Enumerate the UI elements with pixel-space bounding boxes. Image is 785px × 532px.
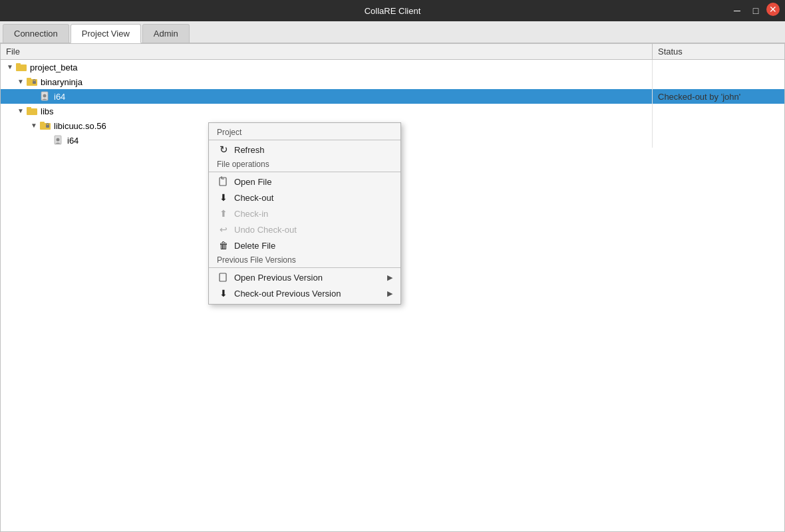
title-bar: CollaRE Client ─ □ ✕ <box>0 0 785 21</box>
tab-connection[interactable]: Connection <box>3 24 69 43</box>
tree-row[interactable]: project_beta <box>1 60 784 74</box>
delete-icon: 🗑 <box>217 240 230 251</box>
folder-lock-icon <box>40 120 51 130</box>
svg-rect-1 <box>16 63 21 66</box>
tree-node-label: project_beta <box>30 63 78 72</box>
tree-node-label: libs <box>41 106 54 116</box>
menu-section-prev-versions: Previous File Versions <box>209 253 400 266</box>
expand-icon[interactable] <box>17 107 25 115</box>
submenu-arrow-icon: ▶ <box>387 289 392 298</box>
menu-item-checkout-prev-version[interactable]: ⬇ Check-out Previous Version ▶ <box>209 285 400 301</box>
undo-icon: ↩ <box>217 224 230 235</box>
menu-item-open-file[interactable]: Open File <box>209 174 400 190</box>
menu-item-check-in: ⬆ Check-in <box>209 205 400 221</box>
status-column-header: Status <box>653 44 784 59</box>
tree-node-label: libicuuc.so.56 <box>54 121 106 131</box>
checkout-prev-icon: ⬇ <box>217 288 230 299</box>
user-file-icon <box>53 135 64 146</box>
refresh-icon: ↻ <box>217 144 230 155</box>
menu-item-refresh[interactable]: ↻ Refresh <box>209 142 400 158</box>
close-button[interactable]: ✕ <box>766 3 780 16</box>
tree-node-label: i64 <box>54 92 65 102</box>
tree-node-label: i64 <box>67 136 78 146</box>
menu-separator <box>209 267 400 268</box>
menu-item-undo-checkout: ↩ Undo Check-out <box>209 221 400 237</box>
menu-separator <box>209 172 400 172</box>
svg-rect-10 <box>40 122 45 124</box>
tab-admin[interactable]: Admin <box>142 24 190 43</box>
checkout-icon: ⬇ <box>217 192 230 203</box>
open-prev-icon <box>217 272 230 283</box>
tree-row[interactable]: i64 Checked-out by 'john' <box>1 89 784 104</box>
svg-rect-4 <box>33 81 36 84</box>
checkin-icon: ⬆ <box>217 208 230 219</box>
file-column-header: File <box>1 44 653 59</box>
tab-bar: Connection Project View Admin <box>0 21 785 43</box>
folder-icon <box>27 106 37 115</box>
open-file-icon <box>217 176 230 187</box>
tree-row[interactable]: libs <box>1 104 784 118</box>
context-menu: Project ↻ Refresh File operations Open F… <box>208 122 401 305</box>
expand-icon[interactable] <box>30 122 38 130</box>
menu-section-project: Project <box>209 126 400 138</box>
menu-item-check-out[interactable]: ⬇ Check-out <box>209 190 400 205</box>
tree-row[interactable]: binaryninja <box>1 74 784 89</box>
tab-project-view[interactable]: Project View <box>71 24 141 43</box>
tree-node-label: binaryninja <box>41 77 82 87</box>
svg-rect-3 <box>27 78 31 80</box>
folder-icon <box>16 62 27 71</box>
tree-row-status: Checked-out by 'john' <box>653 92 784 102</box>
window-controls: ─ □ ✕ <box>729 3 780 19</box>
minimize-button[interactable]: ─ <box>729 3 745 19</box>
submenu-arrow-icon: ▶ <box>387 273 392 282</box>
svg-point-6 <box>43 94 47 98</box>
main-content: File Status project_beta <box>0 43 785 532</box>
menu-separator <box>209 140 400 140</box>
svg-rect-11 <box>46 125 49 128</box>
menu-item-delete-file[interactable]: 🗑 Delete File <box>209 237 400 253</box>
svg-rect-15 <box>220 273 226 281</box>
status-text: Checked-out by 'john' <box>658 92 740 102</box>
folder-lock-icon <box>27 76 37 86</box>
svg-point-13 <box>57 138 60 142</box>
menu-section-file-ops: File operations <box>209 158 400 170</box>
expand-icon[interactable] <box>17 78 25 86</box>
app-title: CollaRE Client <box>365 6 421 16</box>
maximize-button[interactable]: □ <box>748 3 764 19</box>
column-header: File Status <box>1 44 784 60</box>
expand-icon[interactable] <box>6 63 14 71</box>
svg-rect-8 <box>27 107 31 110</box>
user-file-icon <box>40 91 51 102</box>
menu-item-open-prev-version[interactable]: Open Previous Version ▶ <box>209 269 400 285</box>
